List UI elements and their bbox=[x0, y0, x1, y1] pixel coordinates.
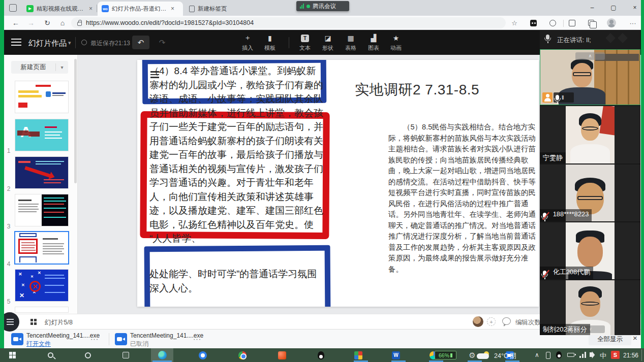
back-icon[interactable]: ← bbox=[10, 18, 21, 28]
tool-text[interactable]: T 文本 bbox=[294, 34, 316, 52]
tool-template[interactable]: ▮ 模板 bbox=[259, 34, 281, 52]
comment-icon[interactable] bbox=[502, 317, 511, 325]
slide-thumb-6[interactable]: ✕ ✕ ✕ ✕ ✕ ✕ ✕ bbox=[15, 270, 68, 301]
tab-close-icon[interactable]: × bbox=[171, 5, 174, 12]
watermark-icon bbox=[618, 33, 628, 43]
tab-newtab[interactable]: 新建标签页 bbox=[185, 2, 260, 16]
collapse-chevron-up[interactable]: ∧ bbox=[575, 52, 605, 60]
grid-view-icon[interactable] bbox=[30, 319, 37, 325]
forward-icon[interactable]: → bbox=[25, 18, 37, 28]
meeting-pill-label: 腾讯会议 bbox=[313, 3, 336, 10]
slide-thumb-1[interactable] bbox=[15, 81, 68, 113]
chrome-taskbar-icon[interactable] bbox=[237, 350, 248, 360]
tool-insert[interactable]: ＋ 插入 bbox=[236, 34, 259, 52]
undo-button[interactable]: ↶ bbox=[132, 36, 149, 49]
minimize-button[interactable]: – bbox=[582, 0, 602, 15]
home-icon[interactable]: ⌂ bbox=[57, 18, 68, 28]
url-field[interactable]: https://www.woodo.cn/edit/?docId=1981527… bbox=[71, 17, 506, 28]
slide-thumb-3[interactable] bbox=[15, 157, 68, 188]
more-menu-icon[interactable]: ··· bbox=[628, 19, 637, 27]
iqiyi-favicon: ▶ bbox=[26, 5, 34, 12]
title-caret-icon[interactable]: ▾ bbox=[68, 40, 71, 46]
tool-table[interactable]: ▦ 表格 bbox=[340, 34, 362, 52]
favorite-star-icon[interactable]: ☆ bbox=[510, 19, 519, 27]
tab-close-icon[interactable]: × bbox=[89, 5, 93, 12]
meeting-header: 正在讲话: Il; bbox=[540, 30, 640, 49]
tab-iqiyi[interactable]: ▶ 精彩视频在线观看-爱奇艺搜索 × bbox=[22, 2, 97, 16]
slide-canvas[interactable]: （4）8.4 举办普通话小课堂。到蚂蚁新寨村的幼儿园或小学，教给孩子们有趣的谚语… bbox=[137, 60, 539, 307]
add-collaborator-button[interactable]: + bbox=[487, 317, 496, 326]
new-page-button[interactable]: 新建页面 ▾ bbox=[11, 61, 68, 74]
slide-left-text[interactable]: （4）8.4 举办普通话小课堂。到蚂蚁新寨村的幼儿园或小学，教给孩子们有趣的谚语… bbox=[149, 64, 323, 246]
qq-taskbar-icon[interactable] bbox=[315, 350, 326, 360]
new-page-caret-icon[interactable]: ▾ bbox=[56, 64, 68, 70]
collections-icon[interactable] bbox=[587, 19, 596, 27]
slide-thumb-5-selected[interactable] bbox=[15, 232, 68, 264]
office-taskbar-icon[interactable] bbox=[277, 350, 288, 360]
weather-icon[interactable] bbox=[477, 351, 492, 359]
volume-icon[interactable] bbox=[590, 352, 593, 357]
slide-right-text[interactable]: （5）8.5民俗与实践相结合。结合地方实际，将蚂蚁新寨村的苗族风俗与本次实践活动… bbox=[388, 122, 539, 275]
ime-indicator[interactable]: 中 bbox=[600, 351, 606, 360]
tool-animation[interactable]: ★ 动画 bbox=[385, 34, 407, 52]
tray-expand-icon[interactable]: ∧ bbox=[535, 351, 539, 358]
blue-app-icon[interactable] bbox=[197, 350, 208, 360]
slide-thumb-7-partial[interactable] bbox=[15, 307, 68, 312]
redo-button[interactable]: ↷ bbox=[155, 36, 170, 49]
participant-tile[interactable]: 188****8223 bbox=[540, 164, 640, 221]
crest-app-icon[interactable] bbox=[353, 350, 364, 360]
participant-tile[interactable]: 宁雯静 bbox=[540, 106, 640, 163]
red-banner bbox=[599, 106, 615, 136]
participant-tile[interactable]: 化工208代鹏 bbox=[540, 222, 640, 279]
word-taskbar-icon[interactable]: W bbox=[390, 350, 402, 360]
favorites-bar-icon[interactable] bbox=[567, 19, 576, 27]
edge-taskbar-icon[interactable] bbox=[157, 350, 168, 360]
weather-text[interactable]: 24°C 阴 bbox=[494, 352, 516, 360]
mic-icon bbox=[556, 95, 559, 100]
refresh-icon[interactable]: ↻ bbox=[42, 18, 53, 28]
slide-sidebar: 新建页面 ▾ 1 2 A bbox=[4, 55, 78, 314]
battery-tray-icon[interactable] bbox=[567, 353, 574, 357]
search-icon[interactable] bbox=[45, 350, 56, 360]
extension-icon[interactable] bbox=[529, 19, 538, 27]
download-more-icon[interactable]: ··· bbox=[193, 335, 201, 343]
clock-time[interactable]: 21:56 bbox=[623, 352, 638, 359]
phone-link-icon[interactable] bbox=[546, 352, 550, 359]
qq-tray-icon[interactable] bbox=[556, 351, 562, 358]
tab-search-icon[interactable] bbox=[9, 4, 17, 12]
slide-title[interactable]: 实地调研2 7.31-8.5 bbox=[355, 80, 479, 100]
tool-shape[interactable]: ◪ 形状 bbox=[317, 34, 339, 52]
sogou-ime-icon[interactable]: S bbox=[611, 351, 620, 359]
muted-mic-icon bbox=[543, 270, 549, 278]
download-more-icon[interactable]: ··· bbox=[90, 335, 99, 343]
meeting-floating-pill[interactable]: 腾讯会议 bbox=[296, 1, 349, 11]
participant-tile[interactable]: ∨ 制剂202蒋丽分 bbox=[540, 280, 640, 335]
start-button[interactable] bbox=[7, 350, 18, 360]
network-icon[interactable] bbox=[579, 352, 586, 358]
open-file-link[interactable]: 打开文件 bbox=[26, 340, 51, 348]
show-all-downloads-button[interactable]: 全部显示 bbox=[589, 334, 631, 345]
close-button[interactable]: × bbox=[625, 0, 641, 15]
participant-name: 化工208代鹏 bbox=[540, 267, 593, 279]
editor-menu-icon[interactable] bbox=[11, 39, 21, 46]
slide-left-text-bottom[interactable]: 处处能学、时时可学”的普通话学习氛围深入人心。 bbox=[149, 267, 323, 295]
browser-essentials-icon[interactable] bbox=[548, 19, 557, 27]
collaborator-avatar[interactable] bbox=[473, 316, 483, 327]
slide-thumb-4[interactable] bbox=[15, 194, 68, 226]
tab-divider bbox=[97, 5, 97, 12]
profile-avatar[interactable] bbox=[607, 19, 616, 27]
settings-gear-icon[interactable]: ⚙ bbox=[467, 350, 478, 360]
cortana-icon[interactable] bbox=[82, 350, 94, 360]
battery-percent-badge[interactable]: 66% bbox=[435, 351, 456, 359]
task-view-icon[interactable] bbox=[120, 350, 131, 360]
tool-chart[interactable]: ▟ 图表 bbox=[362, 34, 385, 52]
address-bar: ← → ↻ ⌂ https://www.woodo.cn/edit/?docId… bbox=[4, 16, 641, 30]
restore-button[interactable]: ▢ bbox=[604, 0, 623, 15]
document-title[interactable]: 幻灯片作品 bbox=[28, 39, 67, 48]
participant-tile-speaker[interactable]: ∧ ‖ bbox=[540, 49, 640, 105]
show-desktop-strip[interactable] bbox=[641, 349, 642, 361]
slide-thumb-2[interactable]: A bbox=[15, 119, 68, 151]
tab-woodo-active[interactable]: wo 幻灯片作品-吾道幻灯片 × bbox=[98, 2, 183, 16]
sidebar-scrollbar[interactable] bbox=[74, 59, 77, 183]
mic-status-icon bbox=[306, 5, 310, 8]
